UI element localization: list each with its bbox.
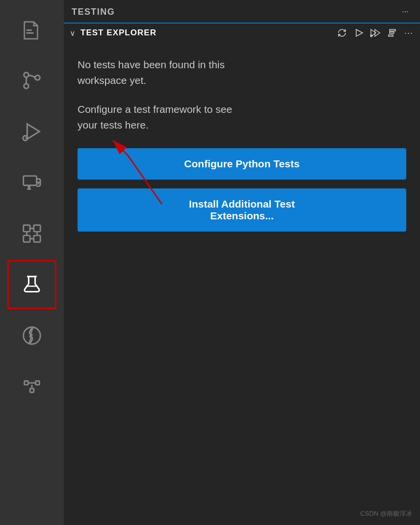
- run-all-tests-button[interactable]: [351, 26, 366, 40]
- header-actions: ···: [398, 5, 412, 19]
- refresh-tests-button[interactable]: [335, 26, 349, 40]
- test-explorer-section-header: ∨ TEST EXPLORER: [64, 23, 420, 42]
- install-test-extensions-button[interactable]: Install Additional Test Extensions...: [78, 188, 406, 232]
- activity-bar: [0, 0, 64, 525]
- svg-rect-1: [26, 32, 34, 34]
- debug-all-tests-button[interactable]: [368, 26, 383, 40]
- sidebar-item-lightning[interactable]: [7, 311, 56, 360]
- collapse-chevron-icon[interactable]: ∨: [68, 28, 78, 38]
- svg-rect-0: [26, 29, 32, 31]
- svg-rect-16: [36, 381, 40, 385]
- panel-title: TESTING: [72, 7, 115, 17]
- section-title: TEST EXPLORER: [80, 28, 332, 38]
- svg-point-9: [37, 179, 41, 183]
- svg-rect-7: [24, 176, 37, 185]
- svg-point-3: [24, 84, 29, 89]
- svg-marker-5: [27, 124, 39, 139]
- sidebar: TESTING ··· ∨ TEST EXPLORER: [64, 0, 420, 525]
- svg-rect-13: [34, 236, 40, 242]
- configure-message: Configure a test framework to see your t…: [78, 102, 406, 132]
- sidebar-item-extensions[interactable]: [7, 209, 56, 258]
- svg-rect-17: [30, 389, 34, 393]
- test-explorer-content: No tests have been found in this workspa…: [64, 42, 420, 525]
- watermark: CSDN @南极浮冰: [360, 509, 412, 518]
- configure-python-tests-button[interactable]: Configure Python Tests: [78, 148, 406, 180]
- sidebar-item-testing[interactable]: [7, 260, 56, 309]
- sidebar-item-run-debug[interactable]: [7, 107, 56, 156]
- svg-rect-10: [24, 225, 30, 232]
- sidebar-item-database[interactable]: [7, 362, 56, 411]
- section-more-button[interactable]: ···: [401, 26, 416, 40]
- svg-rect-15: [25, 381, 28, 385]
- button-container: Configure Python Tests Install Additiona…: [78, 148, 406, 232]
- header-more-button[interactable]: ···: [398, 5, 412, 19]
- svg-rect-12: [24, 236, 30, 242]
- svg-point-2: [24, 73, 29, 78]
- svg-marker-18: [356, 29, 363, 36]
- sidebar-item-explorer[interactable]: [7, 5, 56, 54]
- no-tests-message: No tests have been found in this workspa…: [78, 57, 406, 88]
- sidebar-item-remote[interactable]: [7, 158, 56, 207]
- svg-point-8: [27, 186, 30, 189]
- section-toolbar: ···: [335, 26, 416, 40]
- sidebar-panel-header: TESTING ···: [64, 0, 420, 23]
- svg-rect-11: [34, 225, 40, 232]
- collapse-all-button[interactable]: [385, 26, 399, 40]
- sidebar-item-source-control[interactable]: [7, 56, 56, 105]
